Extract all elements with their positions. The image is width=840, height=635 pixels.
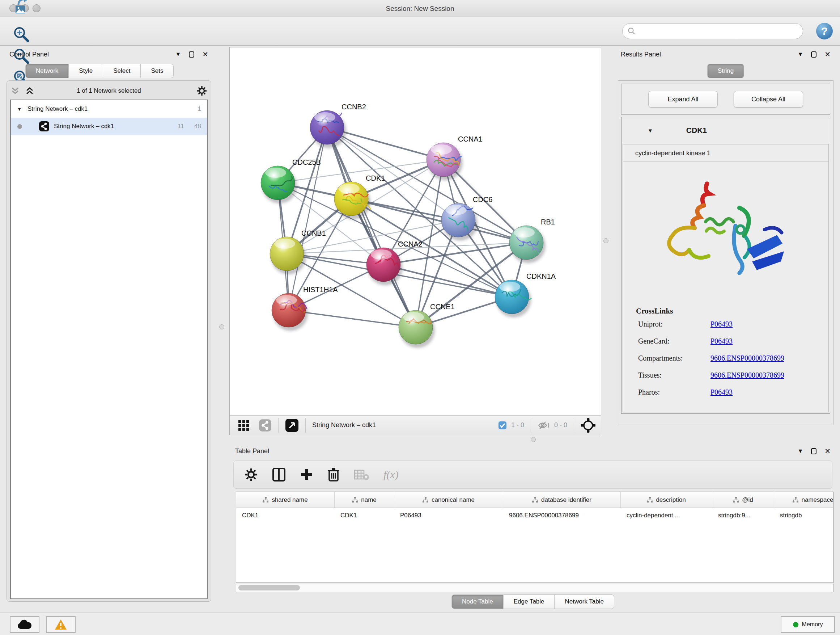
cloud-status-button[interactable] xyxy=(10,616,39,633)
network-node-cdkn1a[interactable]: CDKN1A xyxy=(495,272,556,318)
delete-column-icon[interactable] xyxy=(327,467,340,482)
tab-edge-table[interactable]: Edge Table xyxy=(504,594,555,609)
column-header-database-identifier[interactable]: database identifier xyxy=(503,492,621,508)
search-field[interactable] xyxy=(622,23,803,39)
table-cell[interactable]: P06493 xyxy=(394,512,503,519)
expand-all-button[interactable]: Expand All xyxy=(648,91,718,108)
left-splitter-handle[interactable] xyxy=(219,325,224,329)
node-gloss xyxy=(314,112,335,122)
crosslink-link[interactable]: P06493 xyxy=(711,388,829,396)
crosslink-link[interactable]: P06493 xyxy=(711,320,829,328)
tab-sets[interactable]: Sets xyxy=(141,64,174,78)
table-row[interactable]: CDK1CDK1P064939606.ENSP00000378699cyclin… xyxy=(236,508,833,523)
panel-collapse-icon[interactable]: ▼ xyxy=(797,51,803,57)
share-view-icon[interactable] xyxy=(259,419,272,432)
column-header--id[interactable]: @id xyxy=(712,492,774,508)
birdseye-toggle-icon[interactable] xyxy=(285,418,299,432)
zoom-in-button[interactable] xyxy=(10,24,33,45)
table-panel-title: Table Panel xyxy=(235,448,269,455)
scrollbar-thumb[interactable] xyxy=(238,585,300,591)
section-collapse-icon[interactable]: ▼ xyxy=(647,127,653,134)
network-node-cdc25b[interactable]: CDC25B xyxy=(261,158,321,203)
crosslink-link[interactable]: P06493 xyxy=(711,337,829,345)
node-label: RB1 xyxy=(541,218,555,226)
column-header-canonical-name[interactable]: canonical name xyxy=(394,492,503,508)
node-label: CCNE1 xyxy=(430,302,455,310)
network-collection-row[interactable]: ▼ String Network – cdk1 1 xyxy=(11,100,207,118)
panel-close-icon[interactable]: ✕ xyxy=(824,50,831,59)
network-row-selected[interactable]: String Network – cdk1 11 48 xyxy=(11,118,207,135)
selected-nodes-checkbox-icon[interactable] xyxy=(498,421,507,430)
column-header-namespace[interactable]: namespace xyxy=(774,492,834,508)
node-label: CCNB2 xyxy=(341,103,366,111)
search-input[interactable] xyxy=(636,27,798,35)
panel-float-icon[interactable] xyxy=(189,51,194,57)
warning-button[interactable] xyxy=(46,616,76,633)
node-label: CCNA1 xyxy=(458,135,483,143)
table-cell[interactable]: 9606.ENSP00000378699 xyxy=(503,512,621,519)
panel-float-icon[interactable] xyxy=(811,448,816,454)
panel-collapse-icon[interactable]: ▼ xyxy=(175,51,181,57)
control-panel-tabs: NetworkStyleSelectSets xyxy=(25,64,174,78)
node-gloss xyxy=(339,184,360,194)
column-header-description[interactable]: description xyxy=(621,492,712,508)
network-canvas[interactable]: CCNB2CCNA1CDC25BCDK1CDC6RB1CCNB1CCNA2CDK… xyxy=(230,48,601,415)
crosslink-link[interactable]: 9606.ENSP00000378699 xyxy=(711,371,829,379)
network-node-ccnb2[interactable]: CCNB2 xyxy=(310,103,366,148)
table-cell[interactable]: cyclin-dependent ... xyxy=(621,512,712,519)
column-type-icon xyxy=(532,497,538,503)
table-cell[interactable]: CDK1 xyxy=(236,512,335,519)
memory-button[interactable]: Memory xyxy=(781,616,835,633)
table-cell[interactable]: stringdb:9... xyxy=(712,512,774,519)
table-panel: Table Panel ▼ ✕ xyxy=(229,444,836,611)
network-view-container: CCNB2CCNA1CDC25BCDK1CDC6RB1CCNB1CCNA2CDK… xyxy=(229,47,601,435)
bottom-splitter-handle[interactable] xyxy=(531,437,536,442)
column-type-icon xyxy=(263,497,269,503)
node-label: HIST1H1A xyxy=(303,286,338,294)
window-titlebar: Session: New Session xyxy=(0,0,840,17)
help-button[interactable]: ? xyxy=(816,23,833,40)
node-gloss xyxy=(499,282,520,292)
table-cell[interactable]: stringdb xyxy=(774,512,834,519)
crosshair-icon[interactable] xyxy=(581,418,596,433)
network-node-ccna1[interactable]: CCNA1 xyxy=(426,135,483,180)
table-horizontal-scrollbar[interactable] xyxy=(236,584,834,592)
tab-select[interactable]: Select xyxy=(103,64,141,78)
network-node-cdk1[interactable]: CDK1 xyxy=(334,174,385,219)
node-section-header[interactable]: ▼ CDK1 xyxy=(622,117,830,143)
network-edge[interactable] xyxy=(327,127,416,327)
tab-network[interactable]: Network xyxy=(25,64,69,78)
table-toolbar: f(x) xyxy=(233,461,832,489)
status-bar: Memory xyxy=(0,613,840,635)
gear-icon[interactable] xyxy=(244,467,258,482)
column-header-name[interactable]: name xyxy=(335,492,394,508)
collapse-all-button[interactable]: Collapse All xyxy=(734,91,803,108)
panel-float-icon[interactable] xyxy=(811,51,816,57)
export-image-icon xyxy=(13,0,30,15)
tab-string[interactable]: String xyxy=(707,64,744,78)
network-node-rb1[interactable]: RB1 xyxy=(509,218,555,263)
show-columns-icon[interactable] xyxy=(272,467,286,482)
control-panel-title: Control Panel xyxy=(9,51,49,58)
network-edge[interactable] xyxy=(289,127,327,310)
panel-close-icon[interactable]: ✕ xyxy=(202,50,208,59)
control-panel: Control Panel ▼ ✕ NetworkStyleSelectSets… xyxy=(4,47,214,602)
tab-network-table[interactable]: Network Table xyxy=(555,594,614,609)
table-cell[interactable]: CDK1 xyxy=(335,512,394,519)
network-node-ccnb1[interactable]: CCNB1 xyxy=(270,229,326,274)
tree-expand-icon[interactable]: ▼ xyxy=(11,106,22,112)
right-splitter-handle[interactable] xyxy=(603,238,608,243)
add-column-icon[interactable] xyxy=(300,468,313,481)
grid-view-icon[interactable] xyxy=(238,419,250,432)
column-header-shared-name[interactable]: shared name xyxy=(236,492,335,508)
expand-collapse-box: Expand All Collapse All xyxy=(621,84,830,115)
search-icon xyxy=(628,27,636,35)
crosslink-link[interactable]: 9606.ENSP00000378699 xyxy=(711,354,829,363)
tab-node-table[interactable]: Node Table xyxy=(452,594,504,609)
edge-count: 48 xyxy=(194,123,201,130)
export-image-button[interactable] xyxy=(10,0,33,17)
panel-close-icon[interactable]: ✕ xyxy=(824,447,831,455)
tab-style[interactable]: Style xyxy=(69,64,103,78)
network-node-hist1h1a[interactable]: HIST1H1A xyxy=(272,286,338,331)
panel-collapse-icon[interactable]: ▼ xyxy=(797,448,803,454)
